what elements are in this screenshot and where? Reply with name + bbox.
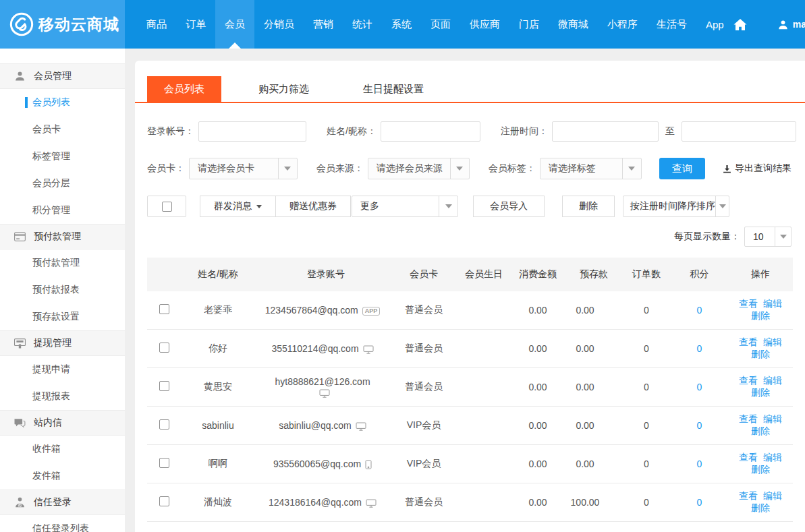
member-deposit: 0.00 xyxy=(565,445,622,483)
nav-item-会员[interactable]: 会员 xyxy=(215,0,254,49)
nav-item-门店[interactable]: 门店 xyxy=(509,0,549,49)
nav-item-统计[interactable]: 统计 xyxy=(343,0,382,49)
select-all-checkbox[interactable] xyxy=(147,196,186,217)
sidebar-group-会员管理[interactable]: 会员管理 xyxy=(0,63,125,89)
row-action-删除[interactable]: 删除 xyxy=(751,310,770,321)
row-action-删除[interactable]: 删除 xyxy=(751,464,770,475)
member-name: 潘灿波 xyxy=(181,483,255,522)
home-icon[interactable] xyxy=(733,19,747,30)
row-checkbox[interactable] xyxy=(159,304,169,314)
nav-item-订单[interactable]: 订单 xyxy=(176,0,215,49)
import-members-button[interactable]: 会员导入 xyxy=(473,196,545,217)
member-account: hyt8888621@126.com xyxy=(255,368,390,407)
row-checkbox[interactable] xyxy=(159,381,169,391)
row-action-编辑[interactable]: 编辑 xyxy=(763,375,782,386)
chevron-down-icon xyxy=(715,196,729,216)
nav-item-微商城[interactable]: 微商城 xyxy=(549,0,598,49)
member-card: 普通会员 xyxy=(390,483,457,522)
sidebar-item-预存款设置[interactable]: 预存款设置 xyxy=(0,303,125,330)
tab-生日提醒设置[interactable]: 生日提醒设置 xyxy=(346,76,441,102)
nav-item-商品[interactable]: 商品 xyxy=(137,0,176,49)
row-action-编辑[interactable]: 编辑 xyxy=(763,490,782,501)
member-points-link[interactable]: 0 xyxy=(697,382,702,392)
row-action-查看[interactable]: 查看 xyxy=(739,336,758,347)
row-checkbox[interactable] xyxy=(159,496,169,506)
regtime-end-input[interactable] xyxy=(682,121,796,142)
export-results-link[interactable]: 导出查询结果 xyxy=(723,162,792,175)
sidebar-item-发件箱[interactable]: 发件箱 xyxy=(0,463,125,490)
row-action-编辑[interactable]: 编辑 xyxy=(763,452,782,463)
member-points-link[interactable]: 0 xyxy=(697,343,702,354)
sidebar-group-站内信[interactable]: 站内信 xyxy=(0,410,125,436)
sidebar-item-提现报表[interactable]: 提现报表 xyxy=(0,383,125,410)
member-source-select[interactable]: 请选择会员来源 xyxy=(368,158,470,179)
nav-item-生活号[interactable]: 生活号 xyxy=(647,0,696,49)
sidebar-item-会员列表[interactable]: 会员列表 xyxy=(0,89,125,116)
member-birthday xyxy=(457,407,510,445)
sort-order-select[interactable]: 按注册时间降序排序 xyxy=(623,196,729,217)
member-name: sabinliu xyxy=(181,407,255,445)
nav-item-分销员[interactable]: 分销员 xyxy=(254,0,304,49)
column-header-登录账号: 登录账号 xyxy=(255,258,390,291)
row-action-编辑[interactable]: 编辑 xyxy=(763,336,782,347)
chevron-down-icon xyxy=(450,158,469,179)
nav-item-小程序[interactable]: 小程序 xyxy=(598,0,647,49)
table-row: 啊啊935560065@qq.comVIP会员0.000.0000查看编辑删除 xyxy=(147,445,793,483)
user-menu[interactable]: master xyxy=(778,19,805,30)
delete-button[interactable]: 删除 xyxy=(562,196,615,217)
nav-item-营销[interactable]: 营销 xyxy=(304,0,343,49)
search-button[interactable]: 查询 xyxy=(659,158,705,179)
member-deposit: 0.00 xyxy=(565,368,622,407)
row-checkbox[interactable] xyxy=(159,343,169,353)
row-action-查看[interactable]: 查看 xyxy=(739,413,758,424)
row-checkbox[interactable] xyxy=(159,419,169,430)
sidebar-group-提现管理[interactable]: 提现管理 xyxy=(0,330,125,356)
row-action-查看[interactable]: 查看 xyxy=(739,490,758,501)
member-points-link[interactable]: 0 xyxy=(697,420,702,431)
row-action-查看[interactable]: 查看 xyxy=(739,375,758,386)
row-action-编辑[interactable]: 编辑 xyxy=(763,413,782,424)
row-action-删除[interactable]: 删除 xyxy=(751,502,770,513)
nav-item-App[interactable]: App xyxy=(696,0,733,49)
gift-coupon-button[interactable]: 赠送优惠券 xyxy=(275,196,351,217)
sidebar-item-预付款管理[interactable]: 预付款管理 xyxy=(0,249,125,276)
more-actions-select[interactable]: 更多 xyxy=(352,196,458,217)
sidebar-group-label: 站内信 xyxy=(34,417,62,429)
row-action-删除[interactable]: 删除 xyxy=(751,387,770,398)
filter-form: 登录帐号： 姓名/昵称： 注册时间： 至 会员卡： 请选择会员卡 会员来源： 请… xyxy=(135,103,805,179)
sidebar-item-积分管理[interactable]: 积分管理 xyxy=(0,197,125,224)
regtime-start-input[interactable] xyxy=(552,121,659,142)
sidebar-item-预付款报表[interactable]: 预付款报表 xyxy=(0,276,125,303)
nav-item-系统[interactable]: 系统 xyxy=(382,0,421,49)
sidebar-item-收件箱[interactable]: 收件箱 xyxy=(0,436,125,463)
sidebar-item-信任登录列表[interactable]: 信任登录列表 xyxy=(0,515,125,532)
row-action-查看[interactable]: 查看 xyxy=(739,298,758,309)
tab-购买力筛选[interactable]: 购买力筛选 xyxy=(242,76,326,102)
trust-icon xyxy=(13,497,26,508)
row-action-删除[interactable]: 删除 xyxy=(751,425,770,436)
filter-row-2: 会员卡： 请选择会员卡 会员来源： 请选择会员来源 会员标签： 请选择标签 查询… xyxy=(147,158,792,179)
sidebar-group-预付款管理[interactable]: 预付款管理 xyxy=(0,224,125,249)
sidebar-group-信任登录[interactable]: 信任登录 xyxy=(0,490,125,515)
sidebar-item-会员卡[interactable]: 会员卡 xyxy=(0,116,125,143)
table-row: 潘灿波1243186164@qq.com普通会员0.00100.0000查看编辑… xyxy=(147,483,793,522)
row-checkbox[interactable] xyxy=(159,458,169,468)
member-points-link[interactable]: 0 xyxy=(697,305,702,316)
member-card-select[interactable]: 请选择会员卡 xyxy=(189,158,298,179)
row-action-删除[interactable]: 删除 xyxy=(751,349,770,359)
row-action-编辑[interactable]: 编辑 xyxy=(763,298,782,309)
member-tag-select[interactable]: 请选择标签 xyxy=(540,158,642,179)
sidebar-item-提现申请[interactable]: 提现申请 xyxy=(0,356,125,383)
page-size-select[interactable]: 10 xyxy=(744,227,792,247)
sidebar-item-标签管理[interactable]: 标签管理 xyxy=(0,143,125,170)
nav-item-页面[interactable]: 页面 xyxy=(421,0,460,49)
login-account-input[interactable] xyxy=(198,121,306,142)
batch-message-button[interactable]: 群发消息 xyxy=(200,196,276,217)
nickname-input[interactable] xyxy=(381,121,480,142)
sidebar-item-会员分层[interactable]: 会员分层 xyxy=(0,170,125,197)
member-points-link[interactable]: 0 xyxy=(697,497,702,508)
nav-item-供应商[interactable]: 供应商 xyxy=(460,0,509,49)
member-points-link[interactable]: 0 xyxy=(697,459,702,469)
tab-会员列表[interactable]: 会员列表 xyxy=(147,76,221,102)
row-action-查看[interactable]: 查看 xyxy=(739,452,758,463)
